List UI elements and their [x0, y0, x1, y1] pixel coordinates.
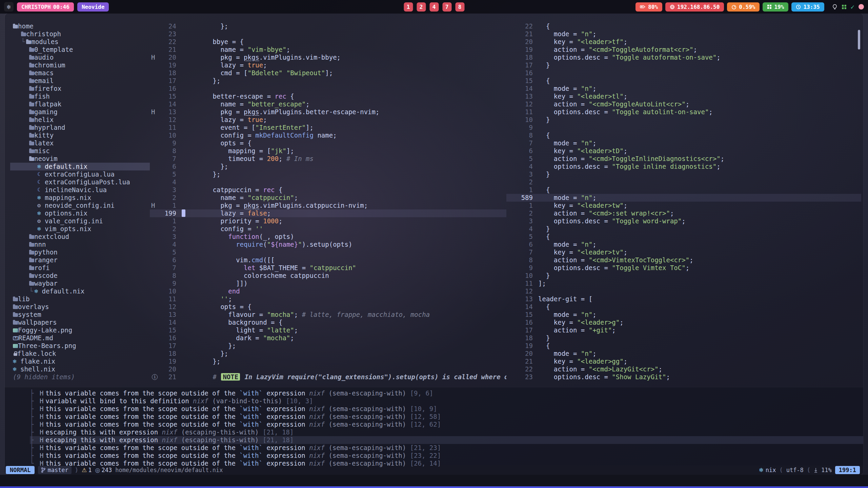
tree-item-fish[interactable]: fish: [10, 93, 150, 100]
line-number[interactable]: 7: [518, 139, 533, 147]
status-dot-icon[interactable]: [859, 4, 864, 9]
code-line[interactable]: 3 options.desc = "Toggle word-wrap";: [506, 217, 861, 225]
line-number[interactable]: 10: [518, 116, 533, 124]
code-line[interactable]: 19 lazy = true;: [150, 61, 506, 69]
line-number[interactable]: 8: [161, 147, 176, 155]
code-line[interactable]: 21 key = "<leader>gg";: [506, 358, 861, 365]
code-line[interactable]: 15 better-escape = rec {: [150, 93, 506, 100]
tree-item-default.nix[interactable]: └❄default.nix: [10, 287, 150, 295]
code-line[interactable]: 21 name = "vim-bbye";: [150, 46, 506, 54]
diagnostic-row[interactable]: ├ Hthis variable comes from the scope ou…: [30, 421, 863, 428]
line-number[interactable]: 21: [161, 46, 176, 54]
code-line[interactable]: 13 key = "<leader>tl";: [506, 93, 861, 100]
tree-item-vscode[interactable]: vscode: [10, 272, 150, 280]
code-line[interactable]: 19 {: [506, 342, 861, 350]
tree-item-emacs[interactable]: emacs: [10, 69, 150, 77]
workspace-8[interactable]: 8: [455, 2, 464, 12]
line-number[interactable]: 6: [518, 147, 533, 155]
code-line[interactable]: 10 }: [506, 116, 861, 124]
line-number[interactable]: 23: [518, 373, 533, 381]
line-number[interactable]: 18: [518, 54, 533, 61]
diagnostic-row[interactable]: ├ Hthis variable comes from the scope ou…: [30, 444, 863, 452]
line-number[interactable]: 3: [518, 217, 533, 225]
line-number[interactable]: 13: [161, 311, 176, 319]
tree-item-email[interactable]: email: [10, 77, 150, 85]
tree-item-overlays[interactable]: overlays: [10, 303, 150, 311]
line-number[interactable]: 11: [518, 108, 533, 116]
tree-item-three-bears.png[interactable]: Three-Bears.png: [10, 342, 150, 350]
line-number[interactable]: 14: [161, 100, 176, 108]
line-number[interactable]: 16: [161, 85, 176, 93]
tree-item-vim-opts.nix[interactable]: ❄vim_opts.nix: [10, 225, 150, 233]
code-line[interactable]: 13 flavour = "mocha"; # latte, frappe, m…: [150, 311, 506, 319]
line-number[interactable]: 1: [518, 202, 533, 209]
line-number[interactable]: 1: [161, 217, 176, 225]
tree-item-flake.nix[interactable]: ❄flake.nix: [10, 358, 150, 365]
code-line[interactable]: 13leader-git = [: [506, 295, 861, 303]
code-line[interactable]: 8 mapping = ["jk"];: [150, 147, 506, 155]
tree-item-hyprland[interactable]: hyprland: [10, 124, 150, 131]
os-logo-icon[interactable]: ❄: [4, 2, 14, 12]
code-line[interactable]: H13 pkg = pkgs.vimPlugins.better-escape-…: [150, 108, 506, 116]
apps-grid-icon[interactable]: [842, 4, 847, 9]
line-number[interactable]: 12: [161, 303, 176, 311]
line-number[interactable]: 3: [518, 170, 533, 178]
lightbulb-icon[interactable]: [832, 4, 837, 10]
code-line[interactable]: 19 action = "<cmd>ToggleAutoformat<cr>";: [506, 46, 861, 54]
tree-item-default.nix[interactable]: ❄default.nix: [10, 163, 150, 170]
line-number[interactable]: 23: [161, 30, 176, 38]
line-number[interactable]: 11: [161, 295, 176, 303]
code-line[interactable]: 20: [150, 365, 506, 373]
tree-item-chromium[interactable]: chromium: [10, 61, 150, 69]
tree-item-mappings.nix[interactable]: ❄mappings.nix: [10, 194, 150, 202]
line-number[interactable]: 589: [518, 194, 533, 202]
diagnostic-row[interactable]: ├ Hthis variable comes from the scope ou…: [30, 389, 863, 397]
line-number[interactable]: 13: [518, 93, 533, 100]
code-line[interactable]: 15 {: [506, 77, 861, 85]
line-number[interactable]: 2: [518, 178, 533, 186]
tree-item-firefox[interactable]: firefox: [10, 85, 150, 93]
tree-item-0-template[interactable]: 0_template: [10, 46, 150, 54]
code-line[interactable]: i21 # NOTE In LazyVim require("clang_ext…: [150, 373, 506, 381]
tree-item-christoph[interactable]: christoph: [10, 30, 150, 38]
line-number[interactable]: 16: [161, 334, 176, 342]
code-line[interactable]: 10 end: [150, 287, 506, 295]
line-number[interactable]: 15: [518, 77, 533, 85]
line-number[interactable]: 1: [161, 202, 176, 209]
code-line[interactable]: 10 }: [506, 272, 861, 280]
tree-item-modules[interactable]: └modules: [10, 38, 150, 46]
line-number[interactable]: 9: [518, 264, 533, 272]
line-number[interactable]: 6: [161, 256, 176, 264]
code-line[interactable]: 11 event = ["InsertEnter"];: [150, 124, 506, 131]
line-number[interactable]: 4: [161, 178, 176, 186]
code-line[interactable]: 2: [506, 178, 861, 186]
code-line[interactable]: 14 name = "better_escape";: [150, 100, 506, 108]
code-line[interactable]: 5 };: [150, 170, 506, 178]
line-number[interactable]: 1: [518, 186, 533, 194]
line-number[interactable]: 19: [518, 46, 533, 54]
line-number[interactable]: 15: [161, 93, 176, 100]
line-number[interactable]: 14: [518, 85, 533, 93]
code-line[interactable]: 12: [506, 287, 861, 295]
code-line[interactable]: 589 mode = "n";: [506, 194, 861, 202]
code-line[interactable]: 17 };: [150, 77, 506, 85]
line-number[interactable]: 16: [518, 319, 533, 326]
code-line[interactable]: 5 {: [506, 233, 861, 241]
tree-item-inclinenavic.lua[interactable]: ☾inclineNavic.lua: [10, 186, 150, 194]
line-number[interactable]: 20: [518, 350, 533, 358]
code-line[interactable]: 9 opts = {: [150, 139, 506, 147]
code-line[interactable]: 8 colorscheme catppuccin: [150, 272, 506, 280]
line-number[interactable]: 9: [161, 139, 176, 147]
code-line[interactable]: 17 };: [150, 342, 506, 350]
code-line[interactable]: 23 options.desc = "Show LazyGit";: [506, 373, 861, 381]
code-line[interactable]: 7 mode = "n";: [506, 139, 861, 147]
line-number[interactable]: 4: [161, 241, 176, 248]
tree-item-vale-config.ini[interactable]: ⚙vale_config.ini: [10, 217, 150, 225]
tree-item-kitty[interactable]: kitty: [10, 131, 150, 139]
code-line[interactable]: 24 };: [150, 22, 506, 30]
code-line[interactable]: 14 background = {: [150, 319, 506, 326]
line-number[interactable]: 5: [161, 170, 176, 178]
tree-item-system[interactable]: system: [10, 311, 150, 319]
code-line[interactable]: 6 key = "<leader>tD";: [506, 147, 861, 155]
tree-item--9-hidden-items-[interactable]: (9 hidden items): [10, 373, 150, 381]
